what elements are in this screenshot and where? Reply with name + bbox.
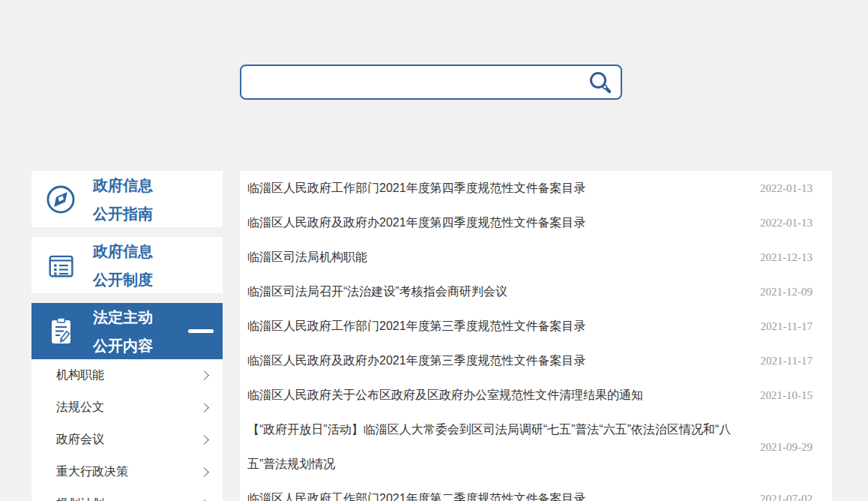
- search-bar: [240, 64, 622, 100]
- article-row: 临淄区人民政府及政府办2021年度第四季度规范性文件备案目录 2022-01-1…: [240, 206, 832, 240]
- sidebar-item-disclosure-guide[interactable]: 政府信息公开指南: [31, 171, 223, 227]
- article-date: 2021-09-29: [760, 441, 813, 454]
- article-row: 【“政府开放日”活动】临淄区人大常委会到区司法局调研“七五”普法“六五”依法治区…: [240, 412, 832, 482]
- submenu-item-label: 法规公文: [56, 400, 201, 416]
- article-row: 临淄区人民政府工作部门2021年度第四季度规范性文件备案目录 2022-01-1…: [240, 171, 832, 206]
- article-title-link[interactable]: 临淄区人民政府工作部门2021年度第三季度规范性文件备案目录: [247, 309, 747, 344]
- sidebar-item-label: 政府信息公开指南: [93, 171, 153, 228]
- sidebar-item-label: 政府信息公开制度: [93, 237, 153, 294]
- minus-collapse-indicator: [188, 329, 214, 333]
- article-date: 2021-07-02: [760, 493, 813, 501]
- sidebar-item-disclosure-system[interactable]: 政府信息公开制度: [31, 237, 223, 293]
- article-date: 2021-10-15: [760, 389, 813, 402]
- article-date: 2021-12-09: [760, 286, 813, 298]
- article-row: 临淄区人民政府工作部门2021年度第三季度规范性文件备案目录 2021-11-1…: [240, 309, 832, 344]
- article-title-link[interactable]: 临淄区人民政府关于公布区政府及区政府办公室规范性文件清理结果的通知: [247, 378, 747, 412]
- search-input[interactable]: [241, 66, 585, 98]
- sidebar-item-statutory-disclosure[interactable]: 法定主动公开内容: [31, 303, 223, 359]
- search-button[interactable]: [585, 69, 621, 96]
- article-row: 临淄区人民政府关于公布区政府及区政府办公室规范性文件清理结果的通知 2021-1…: [240, 378, 832, 412]
- submenu-item[interactable]: 重大行政决策: [31, 456, 223, 488]
- article-date: 2021-11-17: [761, 320, 813, 333]
- submenu-item-label: 重大行政决策: [56, 464, 201, 480]
- chevron-right-icon: [199, 435, 209, 445]
- chevron-right-icon: [199, 403, 209, 412]
- article-row: 临淄区司法局召开“法治建设”考核指会商研判会议 2021-12-09: [240, 274, 832, 309]
- article-row: 临淄区司法局机构职能 2021-12-13: [240, 240, 832, 274]
- submenu-item-label: 政府会议: [56, 432, 201, 448]
- article-title-link[interactable]: 临淄区人民政府工作部门2021年度第二季度规范性文件备案目录: [247, 482, 747, 501]
- article-date: 2021-11-17: [761, 355, 813, 368]
- article-date: 2021-12-13: [760, 251, 813, 264]
- chevron-right-icon: [199, 467, 209, 477]
- article-list: 临淄区人民政府工作部门2021年度第四季度规范性文件备案目录 2022-01-1…: [240, 171, 832, 501]
- article-title-link[interactable]: 临淄区司法局召开“法治建设”考核指会商研判会议: [247, 274, 747, 309]
- submenu-item[interactable]: 政府会议: [31, 424, 223, 456]
- submenu-item[interactable]: 机构职能: [31, 359, 223, 392]
- article-title-link[interactable]: 临淄区司法局机构职能: [247, 240, 747, 274]
- submenu-item-label: 机构职能: [56, 368, 201, 383]
- article-date: 2022-01-13: [760, 182, 813, 195]
- article-title-link[interactable]: 临淄区人民政府及政府办2021年度第四季度规范性文件备案目录: [247, 206, 747, 240]
- article-title-link[interactable]: 临淄区人民政府工作部门2021年度第四季度规范性文件备案目录: [247, 171, 747, 206]
- article-title-link[interactable]: 临淄区人民政府及政府办2021年度第三季度规范性文件备案目录: [247, 344, 747, 378]
- compass-icon: [43, 183, 78, 216]
- article-row: 临淄区人民政府工作部门2021年度第二季度规范性文件备案目录 2021-07-0…: [240, 482, 832, 501]
- search-icon: [588, 70, 613, 96]
- clipboard-pencil-icon: [43, 315, 78, 348]
- notebook-icon: [43, 249, 78, 282]
- submenu-item-label: 规划计划: [56, 496, 201, 501]
- sidebar-item-label: 法定主动公开内容: [93, 303, 153, 360]
- article-row: 临淄区人民政府及政府办2021年度第三季度规范性文件备案目录 2021-11-1…: [240, 344, 832, 378]
- submenu-item[interactable]: 法规公文: [31, 392, 223, 424]
- sidebar: 政府信息公开指南 政府信息公开制度: [31, 171, 223, 501]
- submenu-item[interactable]: 规划计划: [31, 488, 223, 501]
- article-date: 2022-01-13: [760, 217, 813, 230]
- chevron-right-icon: [199, 370, 209, 380]
- sidebar-submenu: 机构职能 法规公文 政府会议 重大行政决策: [31, 359, 223, 501]
- article-title-link[interactable]: 【“政府开放日”活动】临淄区人大常委会到区司法局调研“七五”普法“六五”依法治区…: [247, 412, 747, 482]
